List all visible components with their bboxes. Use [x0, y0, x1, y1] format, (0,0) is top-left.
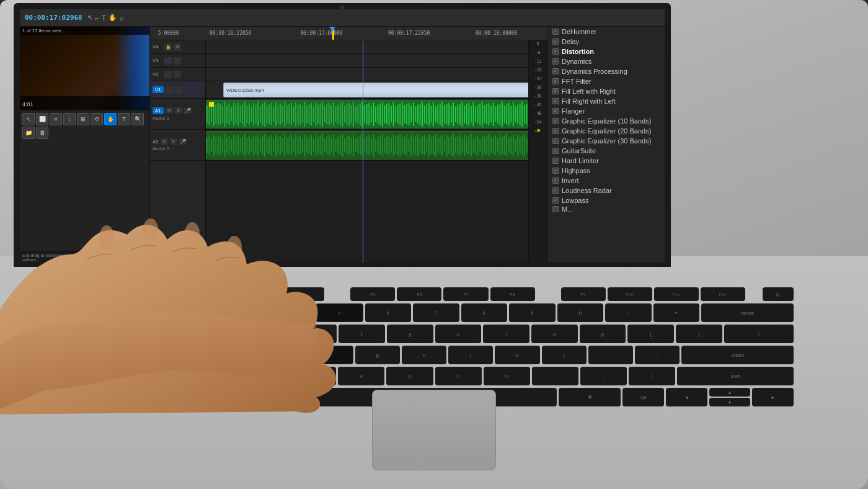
- key-down[interactable]: ▼: [709, 398, 751, 406]
- audio-clip-a2[interactable]: [206, 131, 540, 159]
- tool-btn-9[interactable]: 📁: [22, 127, 35, 139]
- key-comma[interactable]: ,: [532, 367, 578, 385]
- track-solo-a1[interactable]: S: [175, 107, 182, 114]
- key-f11[interactable]: F11: [654, 287, 699, 301]
- key-o[interactable]: o: [531, 325, 578, 343]
- track-lock-v3[interactable]: [164, 57, 172, 65]
- effect-item-lowpass[interactable]: ✓ Lowpass: [547, 195, 665, 205]
- effect-item-geq10[interactable]: ✓ Graphic Equalizer (10 Bands): [547, 116, 665, 126]
- key-j[interactable]: j: [448, 346, 493, 364]
- tool-hand-icon[interactable]: ✋: [108, 14, 117, 22]
- clip-marker: [209, 102, 214, 107]
- key-right[interactable]: ►: [752, 388, 794, 406]
- effect-item-geq20[interactable]: ✓ Graphic Equalizer (20 Bands): [547, 126, 665, 136]
- key-f7[interactable]: F7: [443, 287, 488, 301]
- tool-btn-2[interactable]: ⬜: [36, 113, 48, 125]
- key-f8[interactable]: F8: [490, 287, 535, 301]
- effect-item-dynamics-processing[interactable]: ✓ Dynamics Processing: [547, 66, 665, 76]
- effect-item-delay[interactable]: ✓ Delay: [547, 37, 665, 47]
- tool-btn-1[interactable]: ↖: [22, 113, 35, 125]
- key-7[interactable]: 7: [413, 303, 459, 322]
- track-mute-a2[interactable]: M: [161, 138, 168, 145]
- tool-btn-8[interactable]: 🔍: [131, 113, 144, 125]
- video-clip[interactable]: VIDEO02S8.mp4: [223, 83, 541, 97]
- key-rbracket[interactable]: ]: [676, 325, 722, 343]
- key-u[interactable]: u: [435, 325, 482, 343]
- effect-item-fft[interactable]: ✓ FFT Filter: [547, 76, 665, 86]
- key-0[interactable]: 0: [557, 303, 603, 322]
- key-p[interactable]: p: [580, 325, 626, 343]
- track-lock-v4[interactable]: 🔒: [164, 43, 172, 51]
- effect-item-guitar[interactable]: ✓ GuitarSuite: [547, 146, 665, 156]
- track-vis-v3[interactable]: [174, 57, 181, 65]
- tool-zoom-icon[interactable]: ⌕: [120, 14, 124, 22]
- svg-rect-140: [515, 107, 516, 122]
- key-f10[interactable]: F10: [608, 287, 652, 301]
- tool-btn-active[interactable]: ✋: [104, 113, 117, 125]
- key-f9[interactable]: F9: [561, 287, 606, 301]
- track-mic-a1[interactable]: 🎤: [184, 107, 192, 114]
- tool-text-icon[interactable]: T: [102, 14, 106, 22]
- track-lock-v1[interactable]: [166, 86, 173, 94]
- svg-rect-144: [524, 105, 525, 123]
- tool-btn-5[interactable]: ⊞: [77, 113, 89, 125]
- audio-clip-a1[interactable]: [206, 100, 540, 128]
- tool-razor-icon[interactable]: ⌐: [95, 14, 99, 22]
- track-vis-v4[interactable]: 👁: [174, 43, 181, 51]
- effect-item-highpass[interactable]: ✓ Highpass: [547, 166, 665, 176]
- effect-item-hard-limiter[interactable]: ✓ Hard Limiter: [547, 156, 665, 166]
- effect-item-invert[interactable]: ✓ Invert: [547, 176, 665, 186]
- key-rshift[interactable]: shift: [677, 367, 794, 385]
- tool-btn-6[interactable]: ⟲: [91, 113, 103, 125]
- key-n[interactable]: n: [435, 367, 482, 385]
- key-slash[interactable]: /: [629, 367, 675, 385]
- effect-item-geq30[interactable]: ✓ Graphic Equalizer (30 Bands): [547, 136, 665, 146]
- key-l[interactable]: l: [542, 346, 587, 364]
- tool-move-icon[interactable]: ↖: [87, 14, 93, 22]
- effect-item-flanger[interactable]: ✓ Flanger: [547, 106, 665, 116]
- svg-rect-258: [441, 135, 443, 156]
- key-backslash[interactable]: \: [724, 325, 794, 343]
- tool-btn-4[interactable]: ↕: [63, 113, 76, 125]
- svg-rect-7: [219, 104, 221, 125]
- effect-item-loudness[interactable]: ✓ Loudness Radar: [547, 186, 665, 195]
- key-minus[interactable]: -: [605, 303, 651, 322]
- key-power[interactable]: ⏻: [763, 287, 794, 301]
- effect-item-fill-lr[interactable]: ✓ Fill Left with Right: [547, 86, 665, 96]
- track-solo-a2[interactable]: S: [170, 138, 177, 145]
- effect-item-partial[interactable]: M...: [547, 205, 665, 213]
- key-f12[interactable]: F12: [701, 287, 745, 301]
- key-option-r[interactable]: opt: [622, 388, 664, 406]
- key-up[interactable]: ▲: [709, 388, 751, 397]
- key-lbracket[interactable]: [: [627, 325, 674, 343]
- key-left[interactable]: ◄: [666, 388, 707, 406]
- key-period[interactable]: .: [580, 367, 627, 385]
- track-lock-v2[interactable]: [164, 71, 172, 78]
- key-delete[interactable]: delete: [701, 303, 794, 322]
- key-equals[interactable]: =: [653, 303, 699, 322]
- track-mute-a1[interactable]: M: [166, 107, 173, 114]
- effect-item-fill-rl[interactable]: ✓ Fill Right with Left: [547, 96, 665, 106]
- svg-rect-11: [229, 104, 230, 125]
- track-vis-v1[interactable]: [175, 86, 182, 94]
- key-i[interactable]: i: [483, 325, 529, 343]
- tool-btn-7[interactable]: T: [118, 113, 130, 125]
- effect-item-dynamics[interactable]: ✓ Dynamics: [547, 56, 665, 66]
- key-quote[interactable]: ': [635, 346, 680, 364]
- key-return[interactable]: return: [681, 346, 794, 364]
- key-semicolon[interactable]: ;: [588, 346, 633, 364]
- effect-item-dehummer[interactable]: ✓ DeHummer: [547, 27, 665, 37]
- effect-item-distortion[interactable]: ✓ Distortion: [547, 47, 665, 56]
- svg-rect-253: [431, 137, 432, 154]
- svg-rect-259: [444, 138, 445, 151]
- track-mic-a2[interactable]: 🎤: [179, 138, 187, 145]
- tool-btn-3[interactable]: ≡: [50, 113, 62, 125]
- track-vis-v2[interactable]: [174, 71, 181, 78]
- tool-btn-10[interactable]: 🗑: [36, 127, 48, 139]
- key-k[interactable]: k: [495, 346, 539, 364]
- svg-rect-249: [422, 137, 423, 155]
- key-cmd-r[interactable]: ⌘: [559, 388, 621, 406]
- key-8[interactable]: 8: [461, 303, 507, 322]
- key-9[interactable]: 9: [509, 303, 555, 322]
- key-m[interactable]: m: [484, 367, 530, 385]
